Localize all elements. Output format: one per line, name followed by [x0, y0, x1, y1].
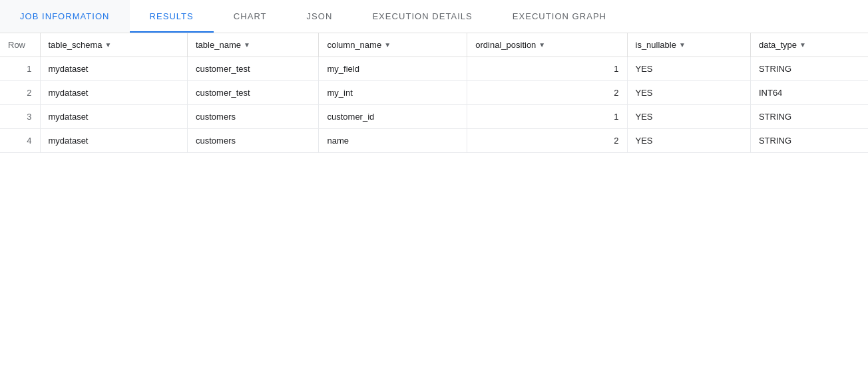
cell-is_nullable: YES [627, 81, 750, 105]
tab-chart[interactable]: CHART [214, 0, 287, 33]
cell-row: 3 [0, 105, 40, 129]
cell-row: 2 [0, 81, 40, 105]
sort-icon-data_type: ▼ [799, 41, 806, 49]
col-label-is_nullable: is_nullable [636, 40, 676, 50]
cell-ordinal_position: 2 [467, 81, 627, 105]
tab-execution-details[interactable]: EXECUTION DETAILS [352, 0, 492, 33]
col-label-ordinal_position: ordinal_position [475, 40, 536, 50]
sort-icon-table_schema: ▼ [105, 41, 111, 49]
table-container: Rowtable_schema▼table_name▼column_name▼o… [0, 33, 868, 153]
tab-execution-graph[interactable]: EXECUTION GRAPH [493, 0, 626, 33]
sort-icon-ordinal_position: ▼ [539, 41, 545, 49]
table-body: 1mydatasetcustomer_testmy_field1YESSTRIN… [0, 57, 868, 153]
sort-icon-column_name: ▼ [384, 41, 391, 49]
tab-job-information[interactable]: JOB INFORMATION [0, 0, 130, 33]
col-label-table_schema: table_schema [49, 40, 103, 50]
resize-handle-ordinal_position[interactable] [624, 33, 627, 57]
cell-ordinal_position: 1 [467, 57, 627, 81]
cell-is_nullable: YES [627, 105, 750, 129]
col-header-row: Row [0, 33, 40, 57]
cell-data_type: STRING [750, 129, 868, 153]
tab-results[interactable]: RESULTS [130, 0, 214, 33]
cell-table_schema: mydataset [40, 81, 188, 105]
cell-table_name: customer_test [188, 81, 319, 105]
col-header-column_name[interactable]: column_name▼ [319, 33, 467, 57]
cell-ordinal_position: 2 [467, 129, 627, 153]
col-header-ordinal_position[interactable]: ordinal_position▼ [467, 33, 627, 57]
cell-table_name: customers [188, 129, 319, 153]
table-row: 1mydatasetcustomer_testmy_field1YESSTRIN… [0, 57, 868, 81]
resize-handle-is_nullable[interactable] [748, 33, 750, 57]
cell-column_name: my_field [319, 57, 467, 81]
resize-handle-data_type[interactable] [865, 33, 868, 57]
sort-icon-table_name: ▼ [244, 41, 250, 49]
col-label-column_name: column_name [327, 40, 381, 50]
resize-handle-table_name[interactable] [316, 33, 318, 57]
cell-column_name: name [319, 129, 467, 153]
col-label-table_name: table_name [196, 40, 241, 50]
cell-ordinal_position: 1 [467, 105, 627, 129]
resize-handle-column_name[interactable] [464, 33, 467, 57]
cell-data_type: STRING [750, 57, 868, 81]
tab-bar: JOB INFORMATIONRESULTSCHARTJSONEXECUTION… [0, 0, 868, 33]
cell-table_schema: mydataset [40, 57, 188, 81]
sort-icon-is_nullable: ▼ [679, 41, 686, 49]
tab-json[interactable]: JSON [287, 0, 353, 33]
cell-column_name: customer_id [319, 105, 467, 129]
table-row: 4mydatasetcustomersname2YESSTRING [0, 129, 868, 153]
col-header-table_schema[interactable]: table_schema▼ [40, 33, 188, 57]
cell-is_nullable: YES [627, 57, 750, 81]
cell-column_name: my_int [319, 81, 467, 105]
cell-table_schema: mydataset [40, 129, 188, 153]
cell-data_type: STRING [750, 105, 868, 129]
cell-is_nullable: YES [627, 129, 750, 153]
cell-table_schema: mydataset [40, 105, 188, 129]
table-header: Rowtable_schema▼table_name▼column_name▼o… [0, 33, 868, 57]
col-label-row: Row [8, 40, 25, 50]
header-row: Rowtable_schema▼table_name▼column_name▼o… [0, 33, 868, 57]
col-header-data_type[interactable]: data_type▼ [750, 33, 868, 57]
cell-row: 4 [0, 129, 40, 153]
cell-data_type: INT64 [750, 81, 868, 105]
col-label-data_type: data_type [759, 40, 797, 50]
cell-table_name: customers [188, 105, 319, 129]
table-row: 3mydatasetcustomerscustomer_id1YESSTRING [0, 105, 868, 129]
results-table: Rowtable_schema▼table_name▼column_name▼o… [0, 33, 868, 153]
resize-handle-table_schema[interactable] [184, 33, 187, 57]
col-header-is_nullable[interactable]: is_nullable▼ [627, 33, 750, 57]
cell-table_name: customer_test [188, 57, 319, 81]
col-header-table_name[interactable]: table_name▼ [188, 33, 319, 57]
table-row: 2mydatasetcustomer_testmy_int2YESINT64 [0, 81, 868, 105]
cell-row: 1 [0, 57, 40, 81]
